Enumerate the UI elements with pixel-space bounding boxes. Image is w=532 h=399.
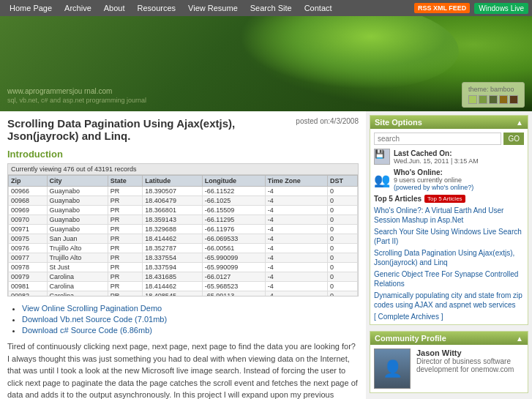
nav-resources[interactable]: Resources bbox=[132, 2, 182, 14]
table-cell: -4 bbox=[265, 244, 327, 253]
table-cell: PR bbox=[108, 225, 143, 234]
swatch-5[interactable] bbox=[509, 95, 518, 104]
nav-search[interactable]: Search Site bbox=[244, 2, 298, 14]
table-cell: -4 bbox=[265, 291, 327, 297]
nav-about[interactable]: About bbox=[98, 2, 131, 14]
table-cell: -66.069533 bbox=[202, 234, 265, 244]
top5-link[interactable]: Search Your Site Using Windows Live Sear… bbox=[374, 227, 524, 246]
nav-archive[interactable]: Archive bbox=[59, 2, 97, 14]
top5-link[interactable]: Dynamically populating city and state fr… bbox=[374, 291, 524, 310]
online-users-row: 👥 Who's Online: 9 users currently online… bbox=[374, 168, 524, 191]
table-cell: Guaynabo bbox=[47, 187, 108, 196]
table-cell: 0 bbox=[327, 253, 357, 263]
profile-name: Jason Witty bbox=[416, 348, 524, 357]
table-cell: 0 bbox=[327, 244, 357, 253]
table-row: 00971GuaynaboPR18.329688-66.11976-40 bbox=[9, 225, 358, 234]
table-cell: PR bbox=[108, 206, 143, 215]
site-options-content: GO 💾 Last Cached On: Wed.Jun. 15, 2011 |… bbox=[370, 129, 528, 324]
table-cell: -4 bbox=[265, 196, 327, 206]
table-cell: 00975 bbox=[9, 234, 48, 244]
table-row: 00978St JustPR18.337594-65.990099-40 bbox=[9, 263, 358, 272]
table-cell: 18.390507 bbox=[143, 187, 202, 196]
site-title-area: www.aprogrammersjou rnal.com sql, vb.net… bbox=[7, 87, 146, 104]
table-cell: -66.00561 bbox=[202, 244, 265, 253]
swatch-3[interactable] bbox=[489, 95, 498, 104]
table-row: 00982CarolinaPR18.408545-65.99113-40 bbox=[9, 291, 358, 297]
table-cell: 18.414462 bbox=[143, 234, 202, 244]
table-cell: PR bbox=[108, 196, 143, 206]
table-row: 00966GuaynaboPR18.390507-66.11522-40 bbox=[9, 187, 358, 196]
list-item: Download c# Source Code (6.86mb) bbox=[22, 326, 359, 335]
top5-link[interactable]: Generic Object Tree For Synapse Controll… bbox=[374, 269, 524, 288]
table-cell: 00976 bbox=[9, 244, 48, 253]
table-cell: Carolina bbox=[47, 282, 108, 291]
table-cell: Guaynabo bbox=[47, 215, 108, 225]
rss-badge[interactable]: RSS XML FEED bbox=[414, 3, 470, 13]
table-cell: 00970 bbox=[9, 215, 48, 225]
top5-link[interactable]: Who's Online?: A Virtual Earth And User … bbox=[374, 206, 524, 225]
table-cell: -66.11295 bbox=[202, 215, 265, 225]
table-cell: Trujillo Alto bbox=[47, 253, 108, 263]
complete-archives-link[interactable]: [ Complete Archives ] bbox=[374, 313, 443, 321]
table-row: 00977Trujillo AltoPR18.337554-65.990099-… bbox=[9, 253, 358, 263]
table-cell: -4 bbox=[265, 263, 327, 272]
table-cell: PR bbox=[108, 187, 143, 196]
table-cell: -4 bbox=[265, 234, 327, 244]
list-item: View Online Scrolling Pagination Demo bbox=[22, 304, 359, 313]
nav-resume[interactable]: View Resume bbox=[182, 2, 244, 14]
search-go-button[interactable]: GO bbox=[503, 133, 524, 145]
list-item-link[interactable]: Download Vb.net Source Code (7.01mb) bbox=[22, 315, 167, 324]
table-cell: PR bbox=[108, 244, 143, 253]
data-table: ZipCityStateLatitudeLongitudeTime ZoneDS… bbox=[8, 175, 358, 296]
top5-link[interactable]: Scrolling Data Pagination Using Ajax(ext… bbox=[374, 248, 524, 267]
swatch-1[interactable] bbox=[468, 95, 477, 104]
data-table-container: Currently viewing 476 out of 43191 recor… bbox=[7, 163, 359, 297]
table-cell: 00979 bbox=[9, 272, 48, 282]
table-row: 00979CarolinaPR18.431685-66.0127-40 bbox=[9, 272, 358, 282]
intro-heading: Introduction bbox=[7, 149, 359, 160]
list-item-link[interactable]: Download c# Source Code (6.86mb) bbox=[22, 326, 152, 335]
table-cell: PR bbox=[108, 215, 143, 225]
swatch-4[interactable] bbox=[499, 95, 508, 104]
theme-label: theme: bamboo bbox=[468, 86, 518, 93]
search-input[interactable] bbox=[374, 133, 501, 145]
community-profile-content: 👤 Jason Witty Director of business softw… bbox=[370, 345, 528, 392]
table-cell: -4 bbox=[265, 272, 327, 282]
nav-home[interactable]: Home Page bbox=[4, 2, 58, 14]
table-cell: 18.359143 bbox=[143, 215, 202, 225]
table-cell: -4 bbox=[265, 215, 327, 225]
table-cell: -4 bbox=[265, 187, 327, 196]
swatch-2[interactable] bbox=[479, 95, 487, 104]
table-cell: 18.337594 bbox=[143, 263, 202, 272]
top5-section: Top 5 Articles Top 5 Articles Who's Onli… bbox=[374, 195, 524, 321]
table-cell: 18.337554 bbox=[143, 253, 202, 263]
list-item-link[interactable]: View Online Scrolling Pagination Demo bbox=[22, 304, 162, 313]
table-cell: -4 bbox=[265, 282, 327, 291]
table-cell: -65.990099 bbox=[202, 263, 265, 272]
page-title: Scrolling Data Pagination Using Ajax(ext… bbox=[7, 117, 296, 142]
table-cell: 18.329688 bbox=[143, 225, 202, 234]
table-cell: Guaynabo bbox=[47, 196, 108, 206]
table-cell: Carolina bbox=[47, 272, 108, 282]
table-cell: 0 bbox=[327, 215, 357, 225]
nav-contact[interactable]: Contact bbox=[299, 2, 338, 14]
body-text: Tired of continuously clicking next page… bbox=[7, 340, 359, 399]
table-cell: 0 bbox=[327, 225, 357, 234]
community-profile-section: Community Profile ▲ 👤 Jason Witty Direct… bbox=[370, 331, 528, 393]
table-viewing-count: Currently viewing 476 out of 43191 recor… bbox=[8, 164, 358, 175]
sidebar: Site Options ▲ GO 💾 Last Cached On: Wed.… bbox=[366, 111, 532, 399]
table-cell: 00977 bbox=[9, 253, 48, 263]
community-profile-arrow[interactable]: ▲ bbox=[516, 335, 523, 343]
main-content: Scrolling Data Pagination Using Ajax(ext… bbox=[0, 111, 366, 399]
table-cell: 00969 bbox=[9, 206, 48, 215]
site-options-arrow[interactable]: ▲ bbox=[516, 119, 523, 127]
table-cell: PR bbox=[108, 263, 143, 272]
table-header-cell: Time Zone bbox=[265, 176, 327, 187]
windows-live-link[interactable]: Windows Live bbox=[474, 3, 528, 14]
users-icon: 👥 bbox=[374, 172, 390, 188]
table-cell: 0 bbox=[327, 234, 357, 244]
table-header-cell: Latitude bbox=[143, 176, 202, 187]
site-options-section: Site Options ▲ GO 💾 Last Cached On: Wed.… bbox=[370, 115, 528, 325]
table-row: 00968GuaynaboPR18.406479-66.1025-40 bbox=[9, 196, 358, 206]
table-cell: Guaynabo bbox=[47, 225, 108, 234]
